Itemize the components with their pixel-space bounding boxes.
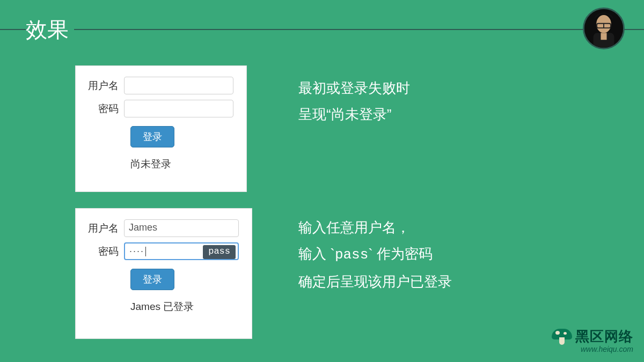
password-label: 密码	[85, 245, 124, 258]
mushroom-icon	[552, 329, 572, 345]
login-status: James 已登录	[130, 300, 239, 314]
brand-name: 黑区网络	[575, 327, 633, 346]
caption-success: 输入任意用户名， 输入 `pass` 作为密码 确定后呈现该用户已登录	[298, 215, 452, 295]
inline-code: pass	[335, 247, 368, 263]
watermark: 黑区网络 www.heiqu.com	[552, 327, 633, 353]
svg-rect-5	[601, 33, 606, 40]
password-input[interactable]: ···· pass	[124, 242, 239, 260]
text-cursor	[145, 247, 146, 256]
caption-line: 最初或登录失败时	[298, 75, 410, 101]
caption-line: 输入任意用户名，	[298, 215, 452, 241]
login-button[interactable]: 登录	[130, 126, 174, 147]
login-panel-success: 用户名 James 密码 ···· pass 登录 James 已登录	[75, 208, 252, 339]
login-button[interactable]: 登录	[130, 269, 174, 290]
slide-title: 效果	[26, 15, 74, 45]
caption-line: 输入 `pass` 作为密码	[298, 241, 452, 268]
username-input[interactable]	[124, 77, 233, 94]
username-input[interactable]: James	[124, 219, 239, 237]
login-panel-initial: 用户名 密码 登录 尚未登录	[75, 65, 247, 192]
caption-initial: 最初或登录失败时 呈现“尚未登录”	[298, 75, 410, 128]
avatar-image	[584, 9, 623, 48]
title-divider	[0, 29, 644, 30]
caption-line: 呈现“尚未登录”	[298, 101, 410, 128]
username-label: 用户名	[85, 79, 124, 93]
password-input[interactable]	[124, 100, 233, 117]
password-hint-badge: pass	[203, 245, 236, 259]
password-masked-value: ····	[129, 246, 144, 256]
login-status: 尚未登录	[130, 157, 233, 171]
caption-line: 确定后呈现该用户已登录	[298, 269, 452, 295]
password-label: 密码	[85, 102, 124, 116]
presenter-avatar	[583, 8, 625, 49]
brand-url: www.heiqu.com	[552, 345, 633, 353]
username-label: 用户名	[85, 221, 124, 235]
